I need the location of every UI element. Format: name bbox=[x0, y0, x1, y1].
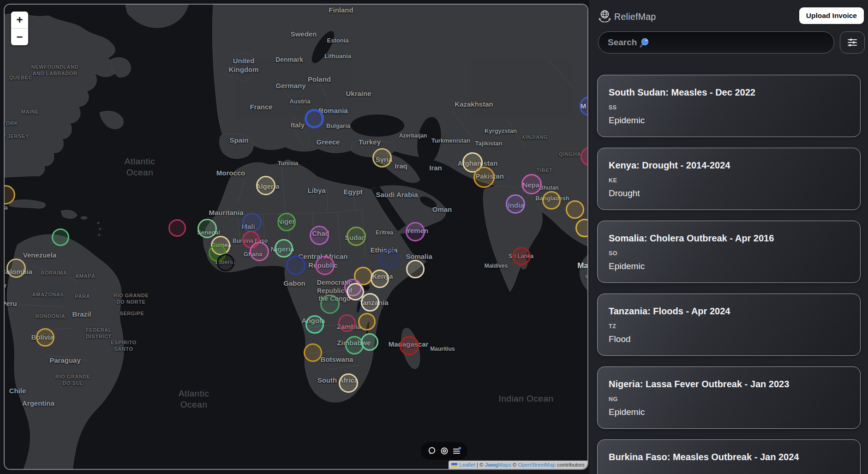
jawg-link[interactable]: Jawg bbox=[485, 462, 498, 468]
event-marker[interactable] bbox=[575, 219, 588, 237]
event-marker[interactable] bbox=[521, 174, 542, 194]
event-card[interactable]: Somalia: Cholera Outbreak - Apr 2016SOEp… bbox=[597, 221, 861, 283]
map-toolbar bbox=[421, 442, 467, 460]
event-card[interactable]: Tanzania: Floods - Apr 2024TZFlood bbox=[597, 294, 861, 356]
map-attribution: Leaflet | © JawgMaps © OpenStreetMap con… bbox=[449, 461, 587, 469]
zoom-in-button[interactable]: + bbox=[11, 12, 28, 29]
event-marker[interactable] bbox=[286, 256, 305, 275]
event-card-country-code: NG bbox=[609, 396, 849, 402]
app-title: ReliefMap bbox=[614, 12, 656, 22]
event-marker[interactable] bbox=[198, 219, 217, 238]
event-marker[interactable] bbox=[372, 148, 392, 168]
event-card-title: Kenya: Drought - 2014-2024 bbox=[609, 160, 849, 171]
search-input[interactable] bbox=[599, 32, 834, 53]
event-marker[interactable] bbox=[315, 256, 335, 275]
event-card-country-code: SS bbox=[609, 104, 849, 111]
event-card-title: Burkina Faso: Measles Outbreak - Jan 202… bbox=[609, 452, 849, 462]
event-card[interactable]: Burkina Faso: Measles Outbreak - Jan 202… bbox=[597, 439, 861, 474]
zoom-control[interactable]: + − bbox=[11, 12, 28, 45]
event-marker[interactable] bbox=[256, 176, 275, 195]
event-marker[interactable] bbox=[304, 343, 322, 362]
event-marker[interactable] bbox=[347, 227, 366, 246]
event-marker[interactable] bbox=[406, 260, 425, 278]
event-marker[interactable] bbox=[361, 293, 379, 312]
attribution-copyright: © bbox=[479, 462, 485, 468]
event-marker[interactable] bbox=[310, 226, 329, 245]
event-marker[interactable] bbox=[217, 254, 234, 271]
event-card-type: Epidemic bbox=[609, 407, 849, 417]
jawg-maps-link[interactable]: Maps bbox=[498, 462, 511, 468]
ukraine-flag-icon bbox=[451, 463, 457, 467]
event-marker[interactable] bbox=[168, 219, 186, 237]
event-marker[interactable] bbox=[36, 328, 54, 347]
event-marker[interactable] bbox=[542, 191, 561, 210]
event-marker[interactable] bbox=[250, 242, 269, 261]
sliders-icon bbox=[847, 37, 858, 48]
event-marker[interactable] bbox=[338, 314, 356, 332]
event-card-title: South Sudan: Measles - Dec 2022 bbox=[609, 87, 849, 98]
chat-bubble-icon[interactable] bbox=[427, 446, 437, 456]
search-bar bbox=[598, 31, 834, 54]
event-marker[interactable] bbox=[52, 228, 69, 246]
hands-holding-globe-icon bbox=[599, 10, 611, 23]
event-card-country-code: SO bbox=[609, 250, 849, 257]
event-card-title: Tanzania: Floods - Apr 2024 bbox=[609, 306, 849, 317]
event-card-country-code: TZ bbox=[609, 323, 849, 330]
event-marker[interactable] bbox=[320, 294, 340, 314]
event-marker[interactable] bbox=[242, 213, 262, 232]
event-card-country-code: KE bbox=[609, 177, 849, 184]
event-marker[interactable] bbox=[580, 96, 588, 116]
reliefmap-app: { "app": { "name": "ReliefMap", "logo_ic… bbox=[0, 0, 868, 474]
map-markers bbox=[5, 5, 587, 469]
event-card-type: Flood bbox=[609, 334, 849, 344]
event-marker[interactable] bbox=[6, 258, 26, 278]
map-panel[interactable]: FinlandSwedenEstoniaDenmarkLithuaniaUnit… bbox=[4, 4, 588, 470]
event-marker[interactable] bbox=[361, 333, 378, 351]
osm-link[interactable]: OpenStreetMap bbox=[518, 462, 556, 468]
attribution-separator: | bbox=[475, 462, 479, 468]
event-marker[interactable] bbox=[566, 200, 584, 219]
attribution-contributors: contributors bbox=[556, 462, 585, 468]
sidebar: ReliefMap Upload Invoice South Sudan: Me… bbox=[589, 0, 868, 474]
event-card-title: Somalia: Cholera Outbreak - Apr 2016 bbox=[609, 233, 849, 244]
event-marker[interactable] bbox=[371, 270, 389, 288]
event-marker[interactable] bbox=[339, 373, 358, 393]
event-marker[interactable] bbox=[506, 194, 525, 214]
event-marker[interactable] bbox=[581, 147, 588, 166]
event-card[interactable]: Kenya: Drought - 2014-2024KEDrought bbox=[597, 148, 861, 210]
event-marker[interactable] bbox=[400, 336, 419, 355]
filter-button[interactable] bbox=[840, 31, 865, 54]
attribution-copyright-2: © bbox=[511, 462, 518, 468]
event-marker[interactable] bbox=[305, 109, 324, 128]
event-marker[interactable] bbox=[305, 315, 324, 334]
event-marker[interactable] bbox=[275, 239, 293, 258]
event-marker[interactable] bbox=[473, 167, 495, 188]
event-card[interactable]: South Sudan: Measles - Dec 2022SSEpidemi… bbox=[597, 75, 861, 137]
event-marker[interactable] bbox=[379, 249, 399, 269]
event-card-list: South Sudan: Measles - Dec 2022SSEpidemi… bbox=[597, 75, 861, 474]
event-marker[interactable] bbox=[358, 313, 376, 330]
zoom-out-button[interactable]: − bbox=[11, 29, 28, 45]
event-marker[interactable] bbox=[406, 222, 425, 241]
event-card-type: Epidemic bbox=[609, 261, 849, 271]
eye-icon[interactable] bbox=[439, 446, 449, 456]
event-marker[interactable] bbox=[4, 185, 15, 204]
event-card-title: Nigeria: Lassa Fever Outbreak - Jan 2023 bbox=[609, 379, 849, 390]
event-marker[interactable] bbox=[277, 213, 296, 231]
event-card-type: Drought bbox=[609, 188, 849, 198]
leaflet-link[interactable]: Leaflet bbox=[459, 462, 475, 468]
event-card[interactable]: Nigeria: Lassa Fever Outbreak - Jan 2023… bbox=[597, 366, 861, 429]
event-card-type: Epidemic bbox=[609, 115, 849, 126]
upload-invoice-button[interactable]: Upload Invoice bbox=[799, 7, 864, 24]
list-sliders-icon[interactable] bbox=[452, 446, 462, 456]
event-marker[interactable] bbox=[512, 247, 531, 265]
